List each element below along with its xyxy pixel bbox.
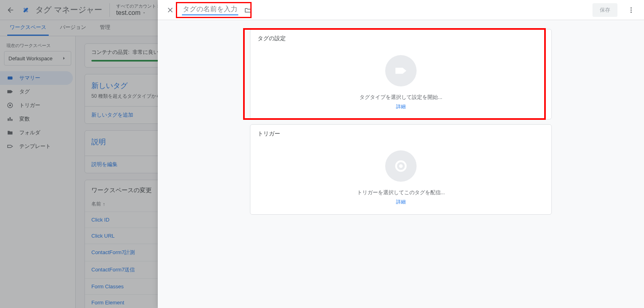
- tag-config-empty-text: タグタイプを選択して設定を開始...: [359, 94, 442, 101]
- trigger-title: トリガー: [250, 125, 551, 139]
- panel-header: タグの名前を入力 保存: [158, 0, 644, 20]
- move-to-folder-button[interactable]: [242, 4, 254, 16]
- svg-point-12: [399, 164, 403, 168]
- close-button[interactable]: [163, 3, 178, 17]
- trigger-placeholder-icon: [385, 150, 417, 182]
- trigger-details-link[interactable]: 詳細: [396, 199, 406, 205]
- tag-config-card[interactable]: タグの設定 タグタイプを選択して設定を開始... 詳細: [250, 29, 552, 119]
- tag-editor-panel: タグの名前を入力 保存 タグの設定 タグタイプを選択して設定を開始... 詳細 …: [158, 0, 644, 308]
- tag-config-details-link[interactable]: 詳細: [396, 103, 406, 110]
- svg-point-10: [631, 11, 632, 12]
- more-vert-icon: [627, 6, 635, 14]
- trigger-card[interactable]: トリガー トリガーを選択してこのタグを配信... 詳細: [250, 124, 552, 215]
- trigger-empty: トリガーを選択してこのタグを配信... 詳細: [250, 139, 551, 214]
- tag-config-empty: タグタイプを選択して設定を開始... 詳細: [250, 44, 551, 119]
- save-button[interactable]: 保存: [592, 3, 617, 17]
- svg-point-9: [631, 9, 632, 10]
- tag-type-placeholder-icon: [385, 55, 417, 86]
- tag-name-input[interactable]: タグの名前を入力: [182, 4, 238, 15]
- trigger-empty-text: トリガーを選択してこのタグを配信...: [357, 189, 445, 196]
- more-options-button[interactable]: [624, 3, 638, 17]
- folder-icon: [244, 6, 252, 14]
- panel-body: タグの設定 タグタイプを選択して設定を開始... 詳細 トリガー トリガーを選択…: [158, 20, 644, 308]
- svg-point-8: [631, 7, 632, 8]
- tag-config-title: タグの設定: [250, 29, 551, 44]
- close-icon: [167, 6, 174, 14]
